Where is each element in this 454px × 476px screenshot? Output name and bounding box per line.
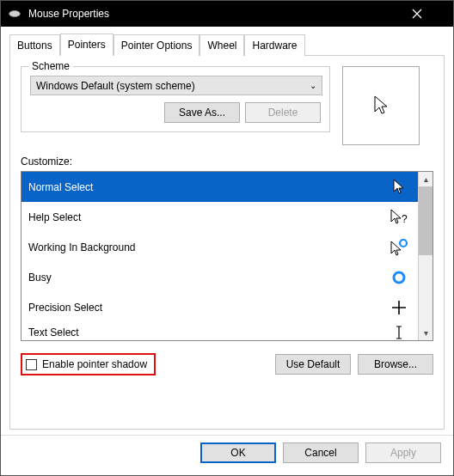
- crosshair-cursor-icon: [391, 300, 407, 315]
- cursor-listbox: Normal Select Help Select ? Working In B…: [21, 171, 433, 341]
- help-cursor-icon: ?: [390, 209, 408, 226]
- close-icon: [412, 9, 422, 19]
- delete-button: Delete: [245, 102, 321, 123]
- window-title: Mouse Properties: [28, 8, 412, 20]
- apply-button: Apply: [365, 442, 441, 463]
- scheme-group: Scheme Windows Default (system scheme) ⌄…: [21, 66, 330, 132]
- cursor-list-items: Normal Select Help Select ? Working In B…: [21, 172, 418, 340]
- item-label: Normal Select: [28, 181, 93, 193]
- list-item-normal-select[interactable]: Normal Select: [21, 172, 418, 202]
- pointers-panel: Scheme Windows Default (system scheme) ⌄…: [9, 56, 445, 430]
- svg-point-3: [394, 272, 404, 283]
- cursor-preview: [342, 66, 420, 145]
- scheme-row: Scheme Windows Default (system scheme) ⌄…: [21, 66, 433, 145]
- item-label: Precision Select: [28, 302, 102, 314]
- enable-pointer-shadow-row[interactable]: Enable pointer shadow: [21, 353, 156, 375]
- browse-button[interactable]: Browse...: [358, 354, 433, 375]
- tab-pointer-options[interactable]: Pointer Options: [114, 34, 200, 56]
- below-list-row: Enable pointer shadow Use Default Browse…: [21, 353, 433, 375]
- scheme-dropdown[interactable]: Windows Default (system scheme) ⌄: [30, 76, 322, 95]
- titlebar: Mouse Properties: [1, 1, 453, 27]
- svg-point-0: [9, 10, 21, 16]
- scheme-legend: Scheme: [28, 60, 73, 72]
- mouse-properties-window: Mouse Properties Buttons Pointers Pointe…: [0, 0, 454, 476]
- tab-buttons[interactable]: Buttons: [9, 34, 60, 56]
- tab-wheel[interactable]: Wheel: [199, 34, 244, 56]
- ok-button[interactable]: OK: [200, 442, 276, 463]
- list-item-help-select[interactable]: Help Select ?: [21, 202, 418, 232]
- dialog-footer: OK Cancel Apply: [1, 435, 453, 475]
- scroll-thumb[interactable]: [419, 186, 433, 255]
- use-default-button[interactable]: Use Default: [275, 354, 351, 375]
- customize-label: Customize:: [21, 156, 433, 168]
- busy-cursor-icon: [391, 270, 407, 285]
- enable-pointer-shadow-label: Enable pointer shadow: [42, 358, 147, 370]
- enable-pointer-shadow-checkbox[interactable]: [26, 359, 37, 370]
- tab-pointers[interactable]: Pointers: [60, 34, 114, 56]
- save-as-button[interactable]: Save As...: [164, 102, 240, 123]
- cancel-button[interactable]: Cancel: [283, 442, 359, 463]
- item-label: Working In Background: [28, 241, 136, 253]
- working-cursor-icon: [390, 239, 408, 256]
- chevron-down-icon: ⌄: [310, 81, 316, 90]
- arrow-cursor-icon: [392, 179, 406, 196]
- client-area: Buttons Pointers Pointer Options Wheel H…: [1, 27, 453, 435]
- svg-text:?: ?: [402, 213, 408, 225]
- list-item-busy[interactable]: Busy: [21, 262, 418, 292]
- tab-strip: Buttons Pointers Pointer Options Wheel H…: [9, 34, 445, 56]
- scheme-selected: Windows Default (system scheme): [36, 80, 195, 92]
- tab-hardware[interactable]: Hardware: [244, 34, 304, 56]
- list-item-precision-select[interactable]: Precision Select: [21, 292, 418, 322]
- mouse-icon: [8, 9, 21, 18]
- scroll-down-button[interactable]: ▾: [419, 326, 433, 340]
- close-button[interactable]: [412, 9, 446, 19]
- item-label: Busy: [28, 272, 52, 284]
- list-item-working-background[interactable]: Working In Background: [21, 232, 418, 262]
- item-label: Text Select: [28, 326, 79, 339]
- list-item-text-select[interactable]: Text Select: [21, 322, 418, 340]
- svg-point-2: [400, 240, 407, 247]
- ibeam-cursor-icon: [394, 325, 404, 340]
- arrow-cursor-icon: [372, 95, 390, 117]
- item-label: Help Select: [28, 211, 81, 223]
- scrollbar[interactable]: ▴ ▾: [418, 172, 433, 340]
- scroll-up-button[interactable]: ▴: [419, 172, 433, 186]
